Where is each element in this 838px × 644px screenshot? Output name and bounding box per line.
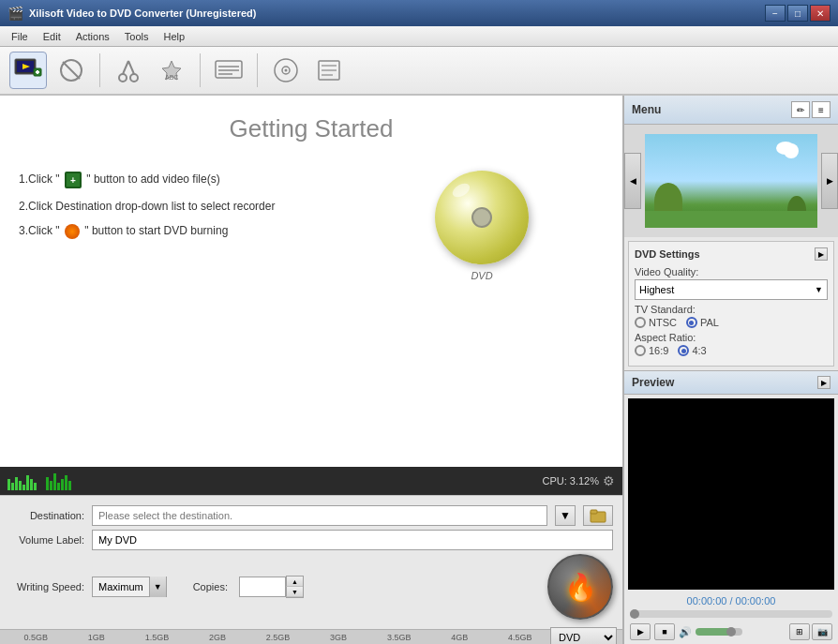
- dvd-type-select[interactable]: DVD DVD-DL: [550, 627, 617, 645]
- menu-header: Menu ✏ ≡: [624, 96, 838, 125]
- dvd-settings-header: DVD Settings ▶: [635, 247, 828, 261]
- cpu-gear-icon[interactable]: ⚙: [603, 473, 615, 488]
- fullscreen-button[interactable]: ⊞: [789, 623, 810, 640]
- volume-knob[interactable]: [726, 627, 736, 637]
- list-button[interactable]: [310, 52, 348, 89]
- burn-disc-button[interactable]: 🔥: [547, 554, 613, 620]
- dvd-disc-image: DVD: [435, 171, 529, 264]
- pal-label: PAL: [700, 317, 719, 328]
- video-quality-row: Video Quality: Highest ▼: [635, 266, 828, 300]
- titlebar: 🎬 Xilisoft Video to DVD Converter (Unreg…: [0, 0, 838, 26]
- video-quality-select[interactable]: Highest ▼: [635, 279, 828, 300]
- svg-point-8: [119, 74, 127, 82]
- app-icon: 🎬: [7, 6, 23, 21]
- volume-label-row: Volume Label:: [9, 530, 613, 550]
- progress-bar: 0.5GB 1GB 1.5GB 2GB 2.5GB 3GB 3.5GB 4GB …: [0, 629, 622, 644]
- preview-title: Preview: [632, 376, 817, 389]
- dvd-settings: DVD Settings ▶ Video Quality: Highest ▼ …: [628, 241, 834, 367]
- maximize-button[interactable]: □: [787, 5, 808, 22]
- disable-button[interactable]: [52, 52, 90, 89]
- minimize-button[interactable]: −: [765, 5, 786, 22]
- tick-2: 1.5GB: [127, 633, 187, 642]
- destination-dropdown-btn[interactable]: ▼: [555, 505, 576, 526]
- destination-row: Destination: ▼: [9, 505, 613, 526]
- play-button[interactable]: ▶: [630, 623, 651, 640]
- bottom-controls: Destination: ▼ Volume Label: Writing Spe…: [0, 495, 622, 629]
- add-video-button[interactable]: [9, 52, 47, 89]
- preview-video-area: [628, 398, 834, 590]
- effects-button[interactable]: ABC: [153, 52, 190, 89]
- toolbar-separator: [99, 53, 100, 87]
- aspect-ratio-radio-group: 16:9 4:3: [635, 345, 828, 356]
- right-panel: Menu ✏ ≡ ◀ ▶ DVD: [622, 96, 838, 644]
- ntsc-option[interactable]: NTSC: [635, 317, 677, 328]
- pal-radio-dot: [689, 321, 694, 325]
- ratio-4-3-label: 4:3: [692, 345, 706, 356]
- quality-dropdown-arrow-icon: ▼: [815, 285, 823, 294]
- toolbar-separator-2: [200, 53, 201, 87]
- dvd-settings-title: DVD Settings: [635, 248, 815, 260]
- writing-speed-arrow[interactable]: ▼: [149, 577, 166, 597]
- window-title: Xilisoft Video to DVD Converter (Unregis…: [29, 7, 765, 19]
- tick-0: 0.5GB: [6, 633, 67, 642]
- preview-timecode: 00:00:00 / 00:00:00: [624, 593, 838, 608]
- menu-file[interactable]: File: [4, 29, 36, 44]
- ratio-4-3-option[interactable]: 4:3: [678, 345, 706, 356]
- burn-disc-toolbar-button[interactable]: [267, 52, 305, 89]
- dvd-type-row: DVD DVD-DL: [550, 627, 617, 645]
- svg-point-9: [130, 74, 138, 82]
- volume-label-text: Volume Label:: [9, 534, 84, 546]
- ntsc-label: NTSC: [649, 317, 677, 328]
- copies-decrement[interactable]: ▼: [286, 587, 303, 597]
- toolbar: ABC: [0, 47, 838, 96]
- subtitle-button[interactable]: [210, 52, 247, 89]
- snapshot-button[interactable]: 📷: [812, 623, 832, 640]
- destination-label: Destination:: [9, 510, 84, 521]
- copies-input[interactable]: [239, 577, 286, 597]
- menu-edit-button[interactable]: ✏: [791, 101, 810, 118]
- menu-list-button[interactable]: ≡: [812, 101, 831, 118]
- tv-standard-radio-group: NTSC PAL: [635, 317, 828, 328]
- seek-bar[interactable]: [630, 610, 832, 618]
- burn-icon-inline: [65, 224, 80, 239]
- svg-point-20: [285, 69, 288, 72]
- stop-button[interactable]: ■: [654, 623, 675, 640]
- window-controls: − □ ✕: [765, 5, 831, 22]
- pal-option[interactable]: PAL: [686, 317, 719, 328]
- menu-preview-area: ◀ ▶: [624, 125, 838, 237]
- menu-prev-button[interactable]: ◀: [624, 153, 641, 209]
- ntsc-radio[interactable]: [635, 317, 646, 328]
- svg-line-11: [128, 61, 134, 74]
- tick-1: 1GB: [67, 633, 127, 642]
- seek-handle[interactable]: [630, 609, 639, 619]
- menu-edit[interactable]: Edit: [36, 29, 68, 44]
- preview-expand[interactable]: ▶: [817, 376, 831, 389]
- copies-control: ▲ ▼: [239, 576, 304, 598]
- pal-radio[interactable]: [686, 317, 697, 328]
- main-layout: Getting Started 1.Click " + " button to …: [0, 96, 838, 644]
- menu-actions[interactable]: Actions: [68, 29, 117, 44]
- destination-input[interactable]: [92, 505, 547, 526]
- preview-section: Preview ▶ 00:00:00 / 00:00:00 ▶ ■ 🔊: [624, 370, 838, 644]
- volume-input[interactable]: [92, 530, 613, 550]
- preview-header: Preview ▶: [624, 371, 838, 395]
- tick-8: 4.5GB: [490, 633, 551, 642]
- cut-button[interactable]: [110, 52, 147, 89]
- menu-tools[interactable]: Tools: [117, 29, 157, 44]
- browse-button[interactable]: [583, 505, 613, 526]
- volume-slider[interactable]: [696, 628, 742, 636]
- writing-speed-select[interactable]: Maximum ▼: [92, 577, 167, 597]
- svg-line-7: [63, 62, 80, 79]
- dvd-settings-expand[interactable]: ▶: [815, 247, 828, 261]
- menu-next-button[interactable]: ▶: [821, 153, 838, 209]
- preview-controls: ▶ ■ 🔊 ⊞ 📷: [624, 620, 838, 644]
- menu-help[interactable]: Help: [156, 29, 192, 44]
- ratio-16-9-radio[interactable]: [635, 345, 646, 356]
- add-icon-inline: +: [65, 172, 82, 188]
- ratio-4-3-radio[interactable]: [678, 345, 689, 356]
- copies-increment[interactable]: ▲: [286, 577, 303, 587]
- copies-label: Copies:: [193, 581, 228, 592]
- ratio-16-9-option[interactable]: 16:9: [635, 345, 668, 356]
- step-2-text: 2.Click Destination drop-down list to se…: [19, 200, 275, 213]
- close-button[interactable]: ✕: [810, 5, 831, 22]
